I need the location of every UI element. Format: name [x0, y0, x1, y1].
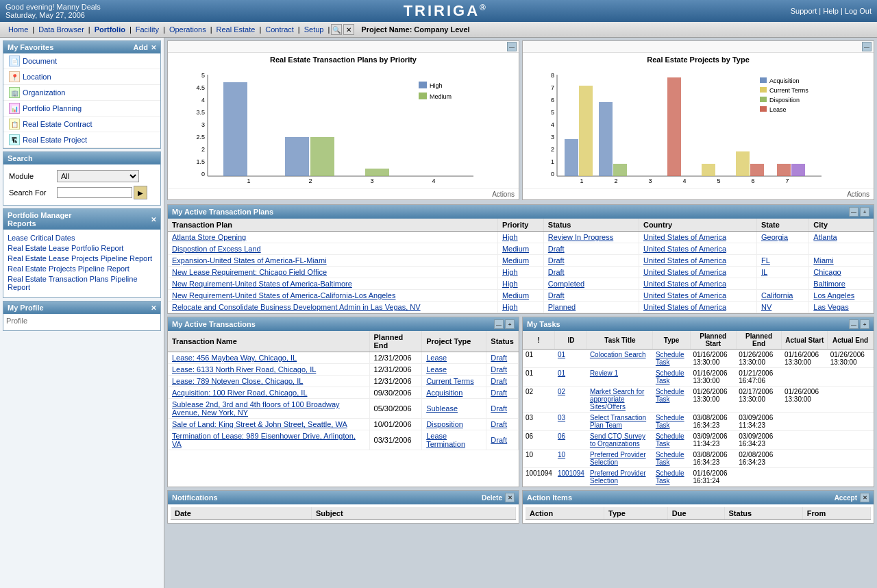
mt-add-btn[interactable]: +: [860, 319, 869, 329]
tp-status-link[interactable]: Draft: [548, 256, 565, 265]
favorites-close-btn[interactable]: ✕: [151, 44, 156, 51]
tp-city-link[interactable]: Chicago: [813, 268, 841, 276]
t-id-link[interactable]: 06: [558, 432, 565, 440]
chart2-min-btn[interactable]: —: [862, 42, 872, 51]
tp-priority-link[interactable]: High: [502, 233, 518, 241]
tp-status-link[interactable]: Review In Progress: [548, 233, 613, 241]
t-title-link[interactable]: Send CTQ Survey to Organizations: [590, 432, 645, 448]
report-transaction-pipeline[interactable]: Real Estate Transaction Plans Pipeline R…: [8, 275, 156, 291]
t-id-link[interactable]: 01: [558, 351, 565, 358]
nav-home[interactable]: Home: [5, 25, 31, 34]
at-type-link[interactable]: Lease: [426, 365, 447, 373]
action-close-btn[interactable]: ✕: [860, 493, 869, 502]
fav-project-link[interactable]: Real Estate Project: [23, 136, 87, 144]
at-name-link[interactable]: Lease: 6133 North River Road, Chicago, I…: [172, 365, 316, 373]
tp-plan-link[interactable]: Dispostion of Excess Land: [172, 245, 261, 253]
tp-state-link[interactable]: FL: [761, 256, 770, 265]
fav-organization-link[interactable]: Organization: [23, 88, 65, 97]
tp-min-btn[interactable]: —: [849, 207, 859, 217]
tp-priority-link[interactable]: Medium: [502, 245, 529, 253]
tp-country-link[interactable]: United States of America: [643, 256, 726, 265]
nav-operations[interactable]: Operations: [166, 25, 209, 34]
nav-contract[interactable]: Contract: [262, 25, 297, 34]
report-projects-pipeline[interactable]: Real Estate Projects Pipeline Report: [8, 265, 156, 273]
tp-country-link[interactable]: United States of America: [643, 280, 726, 288]
action-items-accept-link[interactable]: Accept: [835, 494, 857, 502]
at-name-link[interactable]: Lease: 789 Noteven Close, Chicago, IL: [172, 377, 303, 385]
tp-status-link[interactable]: Draft: [548, 268, 565, 276]
tp-plan-link[interactable]: New Requirement-United States of America…: [172, 291, 396, 299]
tp-country-link[interactable]: United States of America: [643, 233, 726, 241]
t-type-link[interactable]: Schedule Task: [656, 414, 684, 429]
tp-country-link[interactable]: United States of America: [643, 303, 726, 311]
tp-state-link[interactable]: California: [761, 291, 793, 299]
t-id-link[interactable]: 01: [558, 369, 565, 377]
tp-plan-link[interactable]: New Requirement-United States of America…: [172, 280, 352, 288]
tp-city-link[interactable]: Los Angeles: [813, 291, 854, 299]
t-id-link[interactable]: 1001094: [558, 469, 584, 477]
t-title-link[interactable]: Colocation Search: [590, 351, 646, 358]
fav-organization[interactable]: 🏢 Organization: [3, 85, 160, 101]
at-status-link[interactable]: Draft: [491, 404, 507, 413]
fav-portfolio-link[interactable]: Portfolio Planning: [23, 104, 82, 112]
fav-location[interactable]: 📍 Location: [3, 69, 160, 85]
t-title-link[interactable]: Select Transaction Plan Team: [590, 414, 646, 429]
nav-data-browser[interactable]: Data Browser: [36, 25, 87, 34]
close-nav-icon[interactable]: ✕: [343, 24, 354, 35]
favorites-add-link[interactable]: Add: [134, 43, 148, 51]
module-select[interactable]: All: [57, 170, 139, 182]
t-type-link[interactable]: Schedule Task: [656, 351, 684, 366]
fav-contract-link[interactable]: Real Estate Contract: [23, 120, 92, 128]
t-title-link[interactable]: Preferred Provider Selection: [590, 451, 646, 466]
at-name-link[interactable]: Acquisition: 100 River Road, Chicago, IL: [172, 389, 308, 397]
at-status-link[interactable]: Draft: [491, 377, 507, 385]
at-status-link[interactable]: Draft: [491, 389, 507, 397]
at-status-link[interactable]: Draft: [491, 354, 507, 362]
tp-status-link[interactable]: Planned: [548, 303, 576, 311]
tp-add-btn[interactable]: +: [860, 207, 869, 217]
tp-priority-link[interactable]: Medium: [502, 291, 529, 299]
at-add-btn[interactable]: +: [505, 319, 515, 329]
t-type-link[interactable]: Schedule Task: [656, 451, 684, 466]
chart1-min-btn[interactable]: —: [507, 42, 517, 51]
at-status-link[interactable]: Draft: [491, 436, 507, 444]
at-type-link[interactable]: Acquisition: [426, 389, 462, 397]
search-button[interactable]: ▶: [134, 186, 147, 199]
t-type-link[interactable]: Schedule Task: [656, 469, 684, 485]
at-type-link[interactable]: Lease: [426, 354, 447, 362]
at-name-link[interactable]: Termination of Lease: 989 Eisenhower Dri…: [172, 432, 356, 448]
notifications-delete-link[interactable]: Delete: [482, 494, 502, 502]
at-type-link[interactable]: Current Terms: [426, 377, 473, 385]
t-id-link[interactable]: 10: [558, 451, 565, 458]
t-id-link[interactable]: 03: [558, 414, 565, 421]
fav-portfolio[interactable]: 📊 Portfolio Planning: [3, 101, 160, 117]
t-type-link[interactable]: Schedule Task: [656, 369, 684, 384]
tp-state-link[interactable]: NV: [761, 303, 771, 311]
t-title-link[interactable]: Preferred Provider Selection: [590, 469, 646, 485]
t-type-link[interactable]: Schedule Task: [656, 432, 684, 448]
tp-status-link[interactable]: Completed: [548, 280, 584, 288]
nav-real-estate[interactable]: Real Estate: [214, 25, 258, 34]
report-lease-projects[interactable]: Real Estate Lease Projects Pipeline Repo…: [8, 254, 156, 262]
fav-document-link[interactable]: Document: [23, 57, 57, 65]
notif-close-btn[interactable]: ✕: [505, 493, 515, 502]
search-nav-icon[interactable]: 🔍: [331, 24, 342, 35]
at-type-link[interactable]: Lease Termination: [426, 432, 465, 448]
tp-priority-link[interactable]: Medium: [502, 256, 529, 265]
at-status-link[interactable]: Draft: [491, 420, 507, 428]
tp-plan-link[interactable]: Relocate and Consolidate Business Develo…: [172, 303, 421, 311]
report-lease-portfolio[interactable]: Real Estate Lease Portfolio Report: [8, 244, 156, 252]
at-name-link[interactable]: Sale of Land: King Street & John Street,…: [172, 420, 347, 428]
tp-status-link[interactable]: Draft: [548, 291, 565, 299]
tp-city-link[interactable]: Baltimore: [813, 280, 845, 288]
tp-country-link[interactable]: United States of America: [643, 291, 726, 299]
tp-state-link[interactable]: Georgia: [761, 233, 788, 241]
mt-min-btn[interactable]: —: [849, 319, 859, 329]
tp-priority-link[interactable]: High: [502, 280, 518, 288]
nav-portfolio[interactable]: Portfolio: [92, 25, 128, 34]
t-title-link[interactable]: Review 1: [590, 369, 618, 377]
tp-country-link[interactable]: United States of America: [643, 245, 726, 253]
at-min-btn[interactable]: —: [494, 319, 504, 329]
reports-close-btn[interactable]: ✕: [151, 216, 156, 223]
t-type-link[interactable]: Schedule Task: [656, 388, 684, 403]
